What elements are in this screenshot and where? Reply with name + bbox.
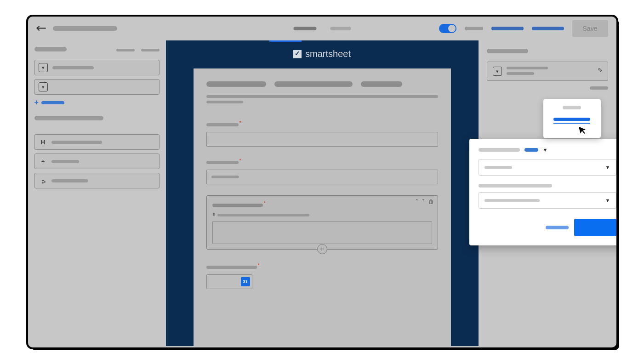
preview-link[interactable] (532, 27, 564, 30)
action-select[interactable]: ▼ (479, 192, 616, 209)
element-label (51, 160, 79, 163)
add-field-link[interactable]: + (34, 98, 160, 107)
help-text (217, 214, 309, 216)
save-button[interactable]: Save (572, 20, 608, 37)
form-title-part (361, 81, 402, 87)
toggle-label (465, 27, 483, 30)
text-input[interactable] (206, 170, 438, 184)
logic-tab-popover (543, 99, 601, 138)
form-title-part (274, 81, 353, 87)
move-down-icon[interactable]: ˅ (422, 199, 425, 205)
action-label (479, 184, 552, 188)
add-label (41, 101, 64, 104)
cancel-button[interactable] (546, 226, 569, 229)
form-preview-panel: smartsheet * * (166, 40, 479, 346)
form-field[interactable]: * (206, 120, 438, 147)
page-title (53, 26, 117, 31)
chevron-down-icon: ▼ (605, 165, 610, 170)
confirm-button[interactable] (574, 219, 616, 236)
dropdown-icon: ▾ (39, 63, 48, 72)
add-element-button[interactable]: + (317, 244, 327, 254)
field-label (212, 204, 263, 207)
textarea-input[interactable] (212, 221, 432, 244)
share-link[interactable] (491, 27, 524, 30)
element-divider[interactable]: ÷ (34, 154, 160, 169)
heading-icon: H (40, 139, 47, 146)
section-title-elements (34, 116, 103, 120)
dropdown-icon: ▾ (493, 67, 502, 76)
form-field[interactable]: * (206, 158, 438, 184)
selected-form-field[interactable]: ˄ ˅ 🗑 * ⠿ + (206, 195, 438, 250)
form-description (206, 101, 243, 103)
field-label (206, 123, 239, 126)
toggle-switch[interactable] (439, 24, 456, 33)
sublink-1[interactable] (116, 49, 135, 51)
tab-build[interactable] (293, 27, 316, 30)
delete-icon[interactable]: 🗑 (428, 199, 434, 205)
topbar: 🡐 Save (28, 17, 616, 40)
logic-rule-card[interactable]: ▾ ✎ (487, 62, 608, 81)
field-item[interactable]: ▾ (34, 60, 160, 75)
attachment-icon: ⏢ (38, 176, 47, 185)
text-input[interactable] (206, 132, 438, 147)
tab-settings[interactable] (330, 27, 351, 30)
field-item[interactable]: ▾ (34, 79, 160, 95)
brand-logo: smartsheet (293, 49, 351, 59)
logic-section-title (487, 49, 528, 53)
app-window: 🡐 Save ▾ ▾ (28, 17, 616, 347)
form-title-part (206, 81, 266, 87)
element-heading[interactable]: H (34, 134, 160, 150)
tab-group (293, 27, 351, 30)
tab-inactive[interactable] (563, 106, 581, 109)
element-label (51, 141, 102, 144)
plus-icon: + (34, 98, 39, 107)
edit-icon[interactable]: ✎ (598, 67, 603, 74)
condition-value[interactable] (524, 148, 538, 152)
condition-select[interactable]: ▼ (479, 159, 616, 176)
add-rule-link[interactable] (590, 86, 608, 90)
form-canvas: * * ˄ ˅ 🗑 * ⠿ (194, 68, 451, 346)
left-panel: ▾ ▾ + H ÷ ⏢ (28, 40, 166, 346)
chevron-down-icon: ▼ (605, 198, 610, 203)
element-label (51, 179, 88, 182)
condition-label (479, 148, 520, 152)
tab-active[interactable] (553, 118, 590, 121)
check-icon (293, 50, 302, 58)
field-label (52, 66, 94, 69)
move-up-icon[interactable]: ˄ (416, 199, 418, 205)
field-label (206, 161, 239, 164)
date-input[interactable]: 31 (206, 274, 252, 289)
field-label (206, 266, 257, 269)
tab-underline (269, 40, 302, 42)
divider-icon: ÷ (40, 158, 47, 165)
dropdown-icon: ▾ (39, 82, 48, 91)
calendar-icon: 31 (241, 277, 250, 286)
rule-condition-text (507, 72, 534, 75)
form-field-date[interactable]: * 31 (206, 262, 438, 289)
form-description (206, 95, 438, 98)
chevron-down-icon[interactable]: ▼ (543, 147, 548, 153)
drag-handle-icon[interactable]: ⠿ (212, 212, 215, 217)
rule-condition-text (507, 67, 548, 69)
logic-config-popover: ▼ ▼ ▼ (469, 139, 616, 245)
sublink-2[interactable] (141, 49, 160, 51)
element-attachment[interactable]: ⏢ (34, 173, 160, 188)
back-button[interactable]: 🡐 (36, 23, 46, 34)
